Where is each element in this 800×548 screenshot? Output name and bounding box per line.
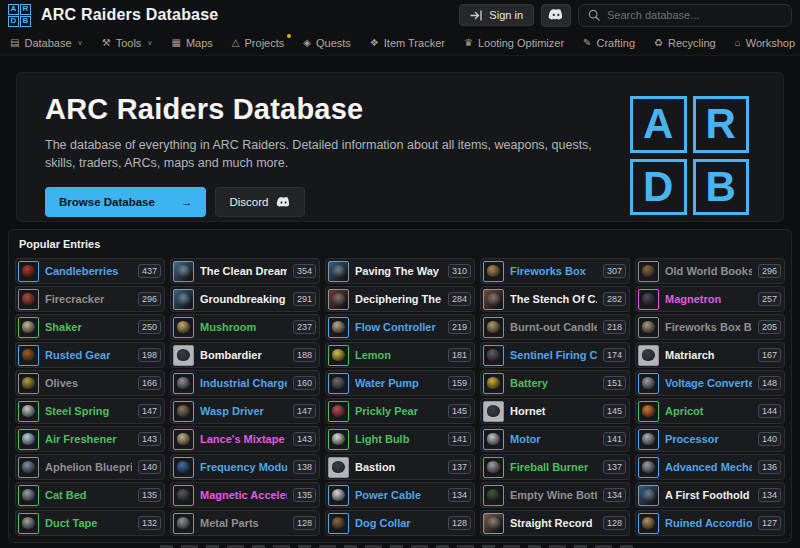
entry-card[interactable]: Fireball Burner 137 [480,454,630,480]
entry-card[interactable]: Hornet 145 [480,398,630,424]
entry-count-badge: 166 [138,376,161,390]
entry-card[interactable]: Steel Spring 147 [15,398,165,424]
entry-card[interactable]: Voltage Converter 148 [635,370,785,396]
entry-card[interactable]: Old World Books 296 [635,258,785,284]
entry-card[interactable]: Processor 140 [635,426,785,452]
entry-card[interactable]: Battery 151 [480,370,630,396]
hero-content: ARC Raiders Database The database of eve… [45,93,605,221]
discord-label: Discord [229,196,268,208]
entry-count-badge: 127 [758,516,781,530]
search-box [578,4,792,27]
entry-card[interactable]: Light Bulb 141 [325,426,475,452]
aphelion-blueprint-icon [18,457,39,478]
discord-hero-button[interactable]: Discord [215,187,305,217]
entry-name: Deciphering The ... [355,293,442,305]
entry-card[interactable]: A First Foothold 134 [635,482,785,508]
entry-card[interactable]: Metal Parts 128 [170,510,320,536]
search-icon [588,9,600,21]
entry-card[interactable]: Dog Collar 128 [325,510,475,536]
entry-card[interactable]: Ruined Accordion 127 [635,510,785,536]
lemon-icon [328,345,349,366]
nav-item-recycling[interactable]: ♻ Recycling [654,37,716,49]
discord-button[interactable] [541,4,571,27]
entry-card[interactable]: Power Cable 134 [325,482,475,508]
entry-card[interactable]: Sentinel Firing C... 174 [480,342,630,368]
entry-card[interactable]: Deciphering The ... 284 [325,286,475,312]
nav-item-maps[interactable]: ▦ Maps [171,37,212,49]
entry-card[interactable]: Straight Record 128 [480,510,630,536]
entry-card[interactable]: Advanced Mecha... 136 [635,454,785,480]
entry-card[interactable]: Aphelion Blueprint 140 [15,454,165,480]
entry-card[interactable]: Frequency Modu... 138 [170,454,320,480]
entry-card[interactable]: Apricot 144 [635,398,785,424]
lances-mixtape-icon [173,429,194,450]
nav-item-quests[interactable]: ◈ Quests [303,37,351,49]
entry-card[interactable]: Cat Bed 135 [15,482,165,508]
search-input[interactable] [607,9,782,21]
entry-card[interactable]: Mushroom 237 [170,314,320,340]
entry-card[interactable]: Fireworks Box Bl... 205 [635,314,785,340]
entry-card[interactable]: Lance's Mixtape ... 143 [170,426,320,452]
entry-card[interactable]: Bombardier 188 [170,342,320,368]
entry-card[interactable]: The Clean Dream 354 [170,258,320,284]
advanced-mechanical-icon [638,457,659,478]
entry-card[interactable]: Wasp Driver 147 [170,398,320,424]
entry-card[interactable]: Air Freshener 143 [15,426,165,452]
entry-count-badge: 128 [448,516,471,530]
entry-card[interactable]: Magnetic Acceler... 135 [170,482,320,508]
entry-name: Fireworks Box [510,265,597,277]
nav-item-projects[interactable]: △ Projects [232,37,284,49]
browse-database-button[interactable]: Browse Database → [45,187,206,217]
login-arrow-icon [470,10,483,21]
entry-card[interactable]: Industrial Charger 160 [170,370,320,396]
entry-count-badge: 205 [758,320,781,334]
a-first-foothold-icon [638,485,659,506]
entry-card[interactable]: Lemon 181 [325,342,475,368]
entry-count-badge: 284 [448,292,471,306]
water-pump-icon [328,373,349,394]
entry-card[interactable]: Candleberries 437 [15,258,165,284]
apricot-icon [638,401,659,422]
logo-letter: D [8,16,19,27]
entry-card[interactable]: Empty Wine Bottle 134 [480,482,630,508]
entry-count-badge: 250 [138,320,161,334]
entry-card[interactable]: Magnetron 257 [635,286,785,312]
entry-count-badge: 151 [603,376,626,390]
cat-bed-icon [18,485,39,506]
entry-card[interactable]: Firecracker 296 [15,286,165,312]
nav-item-crafting[interactable]: ✎ Crafting [583,37,635,49]
entry-card[interactable]: Prickly Pear 145 [325,398,475,424]
nav-item-database[interactable]: ▤ Database ∨ [10,37,83,49]
entry-card[interactable]: Duct Tape 132 [15,510,165,536]
entry-card[interactable]: Motor 141 [480,426,630,452]
nav-item-looting-optimizer[interactable]: ♛ Looting Optimizer [464,37,564,49]
entry-name: Hornet [510,405,597,417]
nav-item-item-tracker[interactable]: ❖ Item Tracker [370,37,445,49]
workshop-icon: ⌂ [735,37,741,48]
entry-card[interactable]: Fireworks Box 307 [480,258,630,284]
site-logo[interactable]: A R D B [8,4,31,27]
entry-card[interactable]: Bastion 137 [325,454,475,480]
nav-item-workshop[interactable]: ⌂ Workshop [735,37,795,49]
recycling-icon: ♻ [654,37,663,48]
entry-card[interactable]: Shaker 250 [15,314,165,340]
entry-card[interactable]: Groundbreaking 291 [170,286,320,312]
entry-count-badge: 134 [603,488,626,502]
nav-item-tools[interactable]: ⚒ Tools ∨ [102,37,153,49]
rusted-gear-icon [18,345,39,366]
entry-card[interactable]: Paving The Way 310 [325,258,475,284]
main-nav: ▤ Database ∨ ⚒ Tools ∨ ▦ Maps △ Projects… [0,30,800,56]
entry-count-badge: 128 [293,516,316,530]
entry-card[interactable]: Burnt-out Candles 218 [480,314,630,340]
entry-card[interactable]: Flow Controller 219 [325,314,475,340]
entry-card[interactable]: The Stench Of C... 282 [480,286,630,312]
entry-name: Sentinel Firing C... [510,349,597,361]
entry-count-badge: 135 [138,488,161,502]
sign-in-button[interactable]: Sign in [459,4,534,26]
entry-count-badge: 296 [758,264,781,278]
entry-card[interactable]: Rusted Gear 198 [15,342,165,368]
entry-count-badge: 159 [448,376,471,390]
entry-card[interactable]: Olives 166 [15,370,165,396]
entry-card[interactable]: Matriarch 167 [635,342,785,368]
entry-card[interactable]: Water Pump 159 [325,370,475,396]
